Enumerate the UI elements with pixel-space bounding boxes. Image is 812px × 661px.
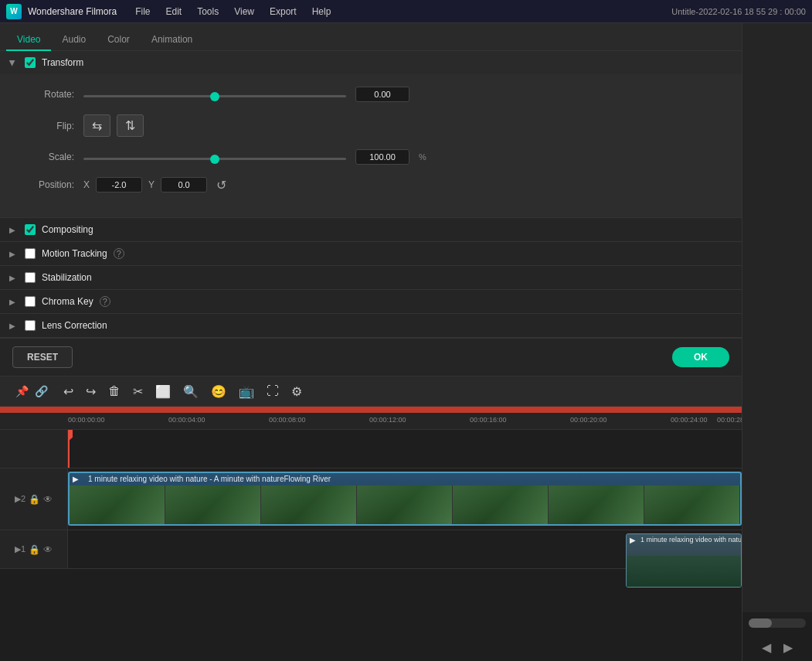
reset-position-button[interactable]: ↺ [213,178,229,193]
tab-video[interactable]: Video [6,29,51,51]
video-track-row: ▶2 🔒 👁 ▶ 1 minute relaxing video with na… [0,468,742,530]
motion-tracking-chevron: ▶ [9,250,15,258]
chroma-key-checkbox[interactable] [25,296,36,307]
menu-tools[interactable]: Tools [191,5,225,19]
menu-bar: File Edit Tools View Export Help [129,5,337,19]
motion-tracking-section-header[interactable]: ▶ Motion Tracking ? [0,242,742,266]
menu-help[interactable]: Help [306,5,338,19]
motion-tracking-checkbox[interactable] [25,248,36,259]
ruler-mark-5: 00:00:20:00 [570,416,607,424]
toolbar: 📌 🔗 ↩ ↪ 🗑 ✂ ⬜ 🔍 😊 📺 ⛶ ⚙ [0,376,742,407]
tab-animation[interactable]: Animation [141,29,203,51]
ruler-marks: 00:00:00:00 00:00:04:00 00:00:08:00 00:0… [68,413,742,429]
flip-label: Flip: [19,121,74,131]
lens-correction-checkbox[interactable] [25,320,36,331]
scale-slider[interactable] [83,158,346,160]
tab-color[interactable]: Color [97,29,141,51]
playhead [68,430,70,468]
clip-thumbnail-row [70,486,740,524]
rotate-slider-container [83,89,346,100]
position-row: Position: X Y ↺ [19,177,723,193]
chroma-key-help-icon[interactable]: ? [100,296,110,307]
zoom-button[interactable]: 🔍 [178,381,203,402]
transform-section-header[interactable]: ▶ Transform [0,51,742,74]
flip-vertical-button[interactable]: ⇅ [117,114,144,137]
clip-thumbnail-1 [70,486,165,524]
waveform-visibility-button[interactable]: 👁 [43,544,53,555]
right-nav: ◀ ▶ [742,634,812,661]
right-scrollbar[interactable] [749,618,806,628]
video-track-label: ▶2 🔒 👁 [0,468,68,530]
clip-thumbnail-4 [357,486,453,524]
video-clip[interactable]: ▶ 1 minute relaxing video with nature - … [68,472,742,526]
timeline-top-bar [0,407,742,413]
menu-edit[interactable]: Edit [160,5,189,19]
track-lock-button[interactable]: 🔒 [29,494,40,505]
waveform-lock-button[interactable]: 🔒 [29,544,40,555]
menu-view[interactable]: View [228,5,260,19]
ruler-mark-4: 00:00:16:00 [470,416,507,424]
video-track-content[interactable]: ▶ 1 minute relaxing video with nature - … [68,468,742,530]
settings-button[interactable]: ⚙ [287,381,307,402]
flip-buttons: ⇆ ⇅ [83,114,144,137]
pip-button[interactable]: 📺 [234,381,259,402]
second-clip-play-icon: ▶ [630,536,636,544]
second-video-clip[interactable]: ▶ 1 minute relaxing video with nature - … [626,533,742,588]
tab-audio[interactable]: Audio [51,29,97,51]
scale-row: Scale: % [19,149,723,165]
prev-frame-button[interactable]: ◀ [762,640,771,655]
clip-thumbnail-7 [644,486,740,524]
second-clip-label: 1 minute relaxing video with nature - A [640,536,742,543]
x-label: X [83,179,90,190]
link-track-button[interactable]: 📌 [15,385,29,397]
timeline-tracks: ▶2 🔒 👁 ▶ 1 minute relaxing video with na… [0,430,742,661]
snap-button[interactable]: 🔗 [35,385,48,397]
reset-button[interactable]: RESET [12,346,73,368]
undo-button[interactable]: ↩ [59,381,78,402]
redo-button[interactable]: ↪ [81,381,100,402]
rotate-input[interactable] [355,87,409,102]
waveform-track-row: ▶1 🔒 👁 ▶ 1 minute relaxing video with na… [0,530,742,569]
compositing-checkbox[interactable] [25,224,36,235]
sticker-button[interactable]: 😊 [206,381,231,402]
clip-label: 1 minute relaxing video with nature - A … [88,475,331,483]
compositing-section-header[interactable]: ▶ Compositing [0,218,742,242]
waveform-content: ▶ 1 minute relaxing video with nature - … [68,530,742,568]
flip-row: Flip: ⇆ ⇅ [19,114,723,137]
scale-label: Scale: [19,152,74,162]
transform-checkbox[interactable] [25,57,36,68]
clip-thumbnail-6 [549,486,644,524]
stabilization-chevron: ▶ [9,274,15,282]
chroma-key-section-header[interactable]: ▶ Chroma Key ? [0,290,742,314]
track-visibility-button[interactable]: 👁 [43,494,53,505]
next-frame-button[interactable]: ▶ [783,640,793,655]
crop-button[interactable]: ⬜ [151,381,175,402]
playhead-marker [68,430,73,441]
x-input[interactable] [96,177,142,193]
transform-title: Transform [42,57,83,68]
right-panel-preview [742,23,812,612]
position-label: Position: [19,179,74,190]
fullscreen-button[interactable]: ⛶ [262,381,284,401]
menu-file[interactable]: File [129,5,156,19]
track-number: ▶2 [15,494,25,504]
y-input[interactable] [161,177,207,193]
position-inputs: X Y ↺ [83,177,229,193]
lens-correction-section-header[interactable]: ▶ Lens Correction [0,314,742,338]
menu-export[interactable]: Export [263,5,303,19]
tab-bar: Video Audio Color Animation [0,23,742,51]
scale-input[interactable] [355,149,409,165]
lens-correction-title: Lens Correction [42,320,107,331]
ok-button[interactable]: OK [672,347,729,367]
flip-horizontal-button[interactable]: ⇆ [83,114,110,137]
cut-button[interactable]: ✂ [128,381,148,402]
clip-thumbnail-3 [261,486,357,524]
ruler-mark-0: 00:00:00:00 [68,416,105,424]
delete-button[interactable]: 🗑 [104,381,125,401]
motion-tracking-help-icon[interactable]: ? [114,248,124,259]
rotate-slider[interactable] [83,95,346,97]
empty-track-row [0,430,742,468]
stabilization-section-header[interactable]: ▶ Stabilization [0,266,742,290]
stabilization-checkbox[interactable] [25,272,36,283]
transform-section: ▶ Transform Rotate: Flip: [0,51,742,218]
